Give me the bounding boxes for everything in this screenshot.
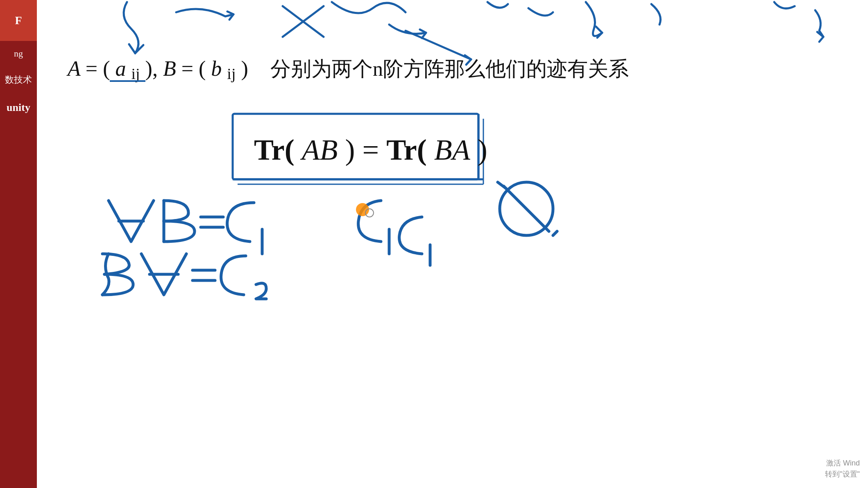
- sidebar-item-unity[interactable]: unity: [0, 93, 37, 122]
- boxed-formula: Tr( AB ) = Tr( BA ): [254, 133, 487, 166]
- svg-line-10: [504, 186, 549, 231]
- whiteboard[interactable]: A = ( a ij ), B = ( b ij ) 分别为两个n阶方阵那么他们…: [37, 0, 868, 488]
- main-content: A = ( a ij ), B = ( b ij ) 分别为两个n阶方阵那么他们…: [37, 0, 868, 488]
- whiteboard-svg: A = ( a ij ), B = ( b ij ) 分别为两个n阶方阵那么他们…: [37, 0, 868, 488]
- sidebar-item-tech[interactable]: 数技术: [0, 66, 37, 93]
- sidebar-top-label: F: [15, 14, 22, 27]
- formula-chinese: 分别为两个n阶方阵那么他们的迹有关系: [270, 57, 629, 80]
- sidebar-top-bar: F: [0, 0, 37, 41]
- sidebar: F ng 数技术 unity: [0, 0, 37, 488]
- sidebar-item-ng[interactable]: ng: [0, 41, 37, 66]
- formula-main: A = ( a ij ), B = ( b ij ): [66, 57, 248, 82]
